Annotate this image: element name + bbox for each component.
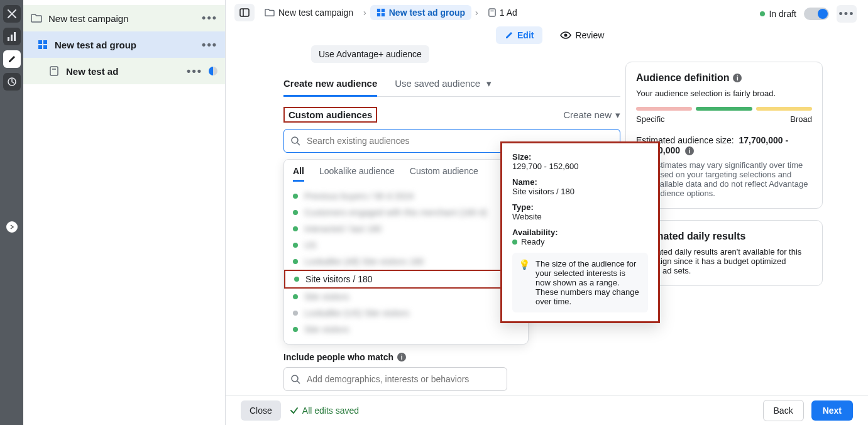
audience-definition-subtitle: Your audience selection is fairly broad.	[636, 89, 812, 98]
estimated-size-row: Estimated audience size: 17,700,000 - 20…	[636, 135, 812, 155]
audience-list-item[interactable]: Interacted / last 180	[284, 221, 528, 237]
audience-list-item[interactable]: Lookalike (All) Site visitors 180	[284, 253, 528, 270]
tooltip-note-text: The size of the audience for your select…	[536, 259, 642, 306]
tooltip-name-row: Name: Site visitors / 180	[512, 177, 648, 196]
chevron-right-icon: ›	[475, 8, 478, 18]
draft-status: In draft	[760, 9, 796, 19]
audience-list-item[interactable]: US	[284, 237, 528, 253]
info-icon[interactable]: i	[397, 353, 406, 362]
audience-dropdown-panel: All Lookalike audience Custom audience P…	[283, 159, 529, 345]
status-half-icon	[209, 67, 217, 75]
status-dot-icon	[293, 259, 298, 264]
svg-rect-14	[377, 13, 380, 16]
edit-button[interactable]: Edit	[496, 26, 542, 44]
audience-item-label: Site visitors	[304, 292, 349, 302]
clock-icon[interactable]	[3, 73, 21, 91]
audience-item-label: Interacted / last 180	[304, 224, 382, 234]
more-icon[interactable]: •••	[837, 5, 857, 23]
tree-adgroup-row[interactable]: New test ad group •••	[23, 31, 225, 58]
publish-toggle[interactable]	[804, 8, 829, 20]
estimate-disclaimer-text: Estimates may vary significantly over ti…	[651, 160, 812, 198]
audience-list-item[interactable]: Site visitors	[284, 321, 528, 338]
create-new-audience-button[interactable]: Create new ▾	[563, 109, 620, 121]
more-icon[interactable]: •••	[187, 65, 202, 78]
tree-campaign-label: New test campaign	[48, 13, 129, 24]
next-button[interactable]: Next	[811, 400, 853, 421]
audience-item-label: Previous buyers / 90 d 2024	[304, 191, 414, 201]
folder-icon	[31, 13, 42, 24]
svg-rect-12	[377, 9, 380, 12]
audience-item-label: US	[304, 240, 316, 250]
status-dot-icon	[293, 311, 298, 316]
audience-filter-tabs: All Lookalike audience Custom audience	[284, 166, 528, 188]
tooltip-note: 💡 The size of the audience for your sele…	[512, 253, 648, 312]
tooltip-size-row: Size: 129,700 - 152,600	[512, 152, 648, 171]
svg-rect-0	[8, 37, 9, 41]
svg-rect-15	[382, 13, 385, 16]
demographics-search-field[interactable]	[283, 367, 507, 391]
svg-rect-2	[14, 32, 16, 41]
meter-labels: Specific Broad	[636, 114, 812, 124]
more-icon[interactable]: •••	[202, 38, 217, 52]
dd-tab-lookalike[interactable]: Lookalike audience	[319, 166, 395, 182]
audience-list-item[interactable]: Previous buyers / 90 d 2024	[284, 188, 528, 204]
grid-icon	[376, 8, 385, 17]
tooltip-type-row: Type: Website	[512, 202, 648, 221]
header-action-row: Edit Review	[496, 26, 610, 44]
audience-list-item[interactable]: Site visitors	[284, 289, 528, 305]
review-button[interactable]: Review	[554, 26, 610, 44]
include-people-text: Include people who match	[283, 352, 393, 362]
pencil-icon	[505, 31, 514, 40]
tab-saved-audience[interactable]: Use saved audience ▾	[395, 74, 492, 96]
close-icon[interactable]	[3, 5, 21, 23]
dd-tab-all[interactable]: All	[293, 166, 304, 182]
left-icon-rail	[0, 0, 23, 425]
ad-doc-icon	[488, 8, 496, 17]
campaign-tree-sidebar: New test campaign ••• New test ad group …	[23, 0, 226, 425]
create-new-label: Create new	[563, 109, 612, 120]
crumb-campaign[interactable]: New test campaign	[258, 5, 360, 20]
custom-audiences-header: Custom audiences Create new ▾	[283, 107, 620, 123]
chevron-right-icon: ›	[363, 8, 366, 18]
breadcrumb: New test campaign › New test ad group › …	[234, 4, 524, 21]
svg-line-20	[297, 143, 300, 145]
crumb-adgroup[interactable]: New test ad group	[370, 5, 471, 20]
tab-create-audience[interactable]: Create new audience	[283, 74, 377, 97]
audience-list-item[interactable]: Customers engaged with this merchant (18…	[284, 204, 528, 221]
audience-list-item-selected[interactable]: Site visitors / 180	[284, 270, 528, 289]
svg-point-19	[292, 137, 298, 143]
crumb-ad[interactable]: 1 Ad	[482, 5, 524, 20]
expand-rail-icon[interactable]	[6, 221, 18, 233]
audience-list-item[interactable]: Lookalike (US) Site visitors	[284, 305, 528, 321]
crumb-campaign-label: New test campaign	[278, 8, 353, 18]
svg-rect-7	[43, 45, 47, 49]
svg-rect-16	[489, 9, 495, 16]
chart-icon[interactable]	[3, 28, 21, 45]
tooltip-name-label: Name:	[512, 177, 648, 187]
header-status-area: In draft •••	[760, 5, 857, 23]
meter-seg-specific	[636, 107, 692, 111]
info-icon[interactable]: i	[733, 74, 742, 82]
pencil-icon[interactable]	[3, 50, 21, 68]
audience-item-label: Customers engaged with this merchant (18…	[304, 207, 487, 218]
dd-tab-custom[interactable]: Custom audience	[410, 166, 478, 182]
header-bar: New test campaign › New test ad group › …	[226, 0, 868, 45]
more-icon[interactable]: •••	[202, 12, 217, 25]
close-button[interactable]: Close	[241, 400, 281, 421]
demographics-search-input[interactable]	[307, 374, 500, 384]
back-button[interactable]: Back	[763, 400, 804, 421]
meter-seg-mid	[696, 107, 752, 111]
folder-icon	[265, 8, 275, 17]
tree-campaign-row[interactable]: New test campaign •••	[23, 5, 225, 31]
tooltip-type-label: Type:	[512, 202, 648, 212]
audience-item-label: Lookalike (All) Site visitors 180	[304, 257, 424, 267]
search-icon	[290, 374, 300, 384]
edit-button-label: Edit	[517, 30, 534, 40]
panel-toggle-icon[interactable]	[234, 4, 255, 21]
tree-ad-row[interactable]: New test ad •••	[23, 58, 225, 84]
saved-indicator: All edits saved	[290, 406, 359, 416]
status-dot-icon	[293, 327, 298, 332]
advantage-suggestion-button[interactable]: Use Advantage+ audience	[311, 45, 429, 63]
info-icon[interactable]: i	[685, 146, 694, 155]
tooltip-type-value: Website	[512, 212, 648, 221]
